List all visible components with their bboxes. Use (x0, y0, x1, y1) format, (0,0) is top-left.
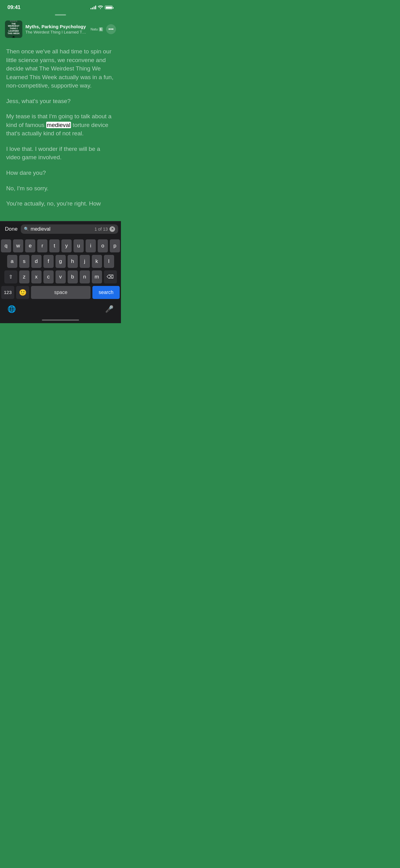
space-key[interactable]: space (31, 286, 91, 299)
key-y[interactable]: y (61, 239, 72, 252)
battery-icon (105, 6, 113, 9)
key-v[interactable]: v (56, 270, 66, 283)
shift-key[interactable]: ⇧ (4, 270, 18, 283)
key-q[interactable]: q (1, 239, 11, 252)
search-input-area[interactable]: 🔍 1 of 13 ✕ (21, 224, 119, 234)
key-c[interactable]: c (43, 270, 54, 283)
podcast-thumb-eye-icon: 👁 (12, 35, 15, 38)
search-key[interactable]: search (92, 286, 120, 299)
clear-search-button[interactable]: ✕ (109, 226, 115, 232)
delete-key[interactable]: ⌫ (104, 270, 117, 283)
globe-icon[interactable]: 🌐 (7, 305, 16, 313)
key-g[interactable]: g (56, 255, 66, 268)
key-u[interactable]: u (73, 239, 84, 252)
podcast-thumb-brand: POPULAR SCIENCE (6, 21, 21, 22)
transcript-paragraph-2: Jess, what's your tease? (6, 97, 115, 105)
search-icon: 🔍 (24, 227, 29, 231)
badge-explicit: E (99, 27, 103, 31)
bottom-bar: 🌐 🎤 (0, 303, 121, 319)
key-z[interactable]: z (19, 270, 29, 283)
find-bar: Done 🔍 1 of 13 ✕ ⌃ ⌄ (0, 221, 121, 237)
transcript-paragraph-3: My tease is that I'm going to talk about… (6, 112, 115, 138)
episode-title: Myths, Parking Psychology (26, 24, 88, 29)
key-n[interactable]: n (80, 270, 90, 283)
key-r[interactable]: r (37, 239, 47, 252)
done-button[interactable]: Done (5, 226, 18, 232)
player-info: Myths, Parking Psychology The Weirdest T… (26, 24, 88, 34)
keyboard-row-1: q w e r t y u i o p (1, 239, 120, 252)
key-b[interactable]: b (68, 270, 78, 283)
key-o[interactable]: o (98, 239, 108, 252)
player-badges: Natu E (91, 27, 103, 31)
transcript: Then once we've all had time to spin our… (0, 42, 121, 221)
key-j[interactable]: j (80, 255, 90, 268)
key-d[interactable]: d (31, 255, 41, 268)
transcript-paragraph-7: You're actually, no, you're right. How (6, 199, 115, 208)
transcript-paragraph-1: Then once we've all had time to spin our… (6, 47, 115, 90)
more-options-button[interactable]: ••• (106, 24, 116, 34)
key-t[interactable]: t (49, 239, 60, 252)
search-input[interactable] (31, 226, 93, 232)
key-p[interactable]: p (110, 239, 120, 252)
key-h[interactable]: h (68, 255, 78, 268)
badge-natu: Natu (91, 27, 98, 31)
key-m[interactable]: m (92, 270, 102, 283)
key-l[interactable]: l (104, 255, 114, 268)
key-f[interactable]: f (43, 255, 54, 268)
numbers-key[interactable]: 123 (1, 286, 14, 299)
signal-bars-icon (91, 6, 96, 9)
microphone-icon[interactable]: 🎤 (105, 305, 113, 313)
key-i[interactable]: i (86, 239, 96, 252)
transcript-paragraph-5: How dare you? (6, 168, 115, 177)
wifi-icon (98, 5, 103, 10)
status-bar: 09:41 (0, 0, 121, 13)
keyboard: q w e r t y u i o p a s d f g h j k l ⇧ … (0, 237, 121, 303)
key-s[interactable]: s (19, 255, 29, 268)
key-w[interactable]: w (13, 239, 23, 252)
transcript-paragraph-6: No, I'm so sorry. (6, 184, 115, 193)
clear-icon: ✕ (111, 227, 114, 231)
mini-player: POPULAR SCIENCE THE WEIRDEST THING I LEA… (0, 19, 121, 40)
podcast-thumbnail[interactable]: POPULAR SCIENCE THE WEIRDEST THING I LEA… (5, 21, 22, 38)
key-e[interactable]: e (25, 239, 35, 252)
drag-handle (0, 13, 121, 19)
key-x[interactable]: x (31, 270, 41, 283)
status-icons (91, 5, 113, 10)
home-indicator (0, 319, 121, 323)
keyboard-row-3: ⇧ z x c v b n m ⌫ (1, 270, 120, 283)
keyboard-row-2: a s d f g h j k l (1, 255, 120, 268)
keyboard-row-4: 123 🙂 space search (1, 286, 120, 299)
podcast-thumb-title: THE WEIRDEST THING I LEARNED THIS WEEK (6, 23, 21, 34)
key-k[interactable]: k (92, 255, 102, 268)
transcript-paragraph-4: I love that. I wonder if there will be a… (6, 145, 115, 162)
podcast-name: The Weirdest Thing I Learned This We (26, 30, 88, 34)
status-time: 09:41 (7, 4, 21, 10)
key-a[interactable]: a (7, 255, 18, 268)
search-result-count: 1 of 13 (95, 227, 108, 231)
highlight-medieval: medieval (46, 122, 71, 128)
emoji-key[interactable]: 🙂 (16, 286, 29, 299)
